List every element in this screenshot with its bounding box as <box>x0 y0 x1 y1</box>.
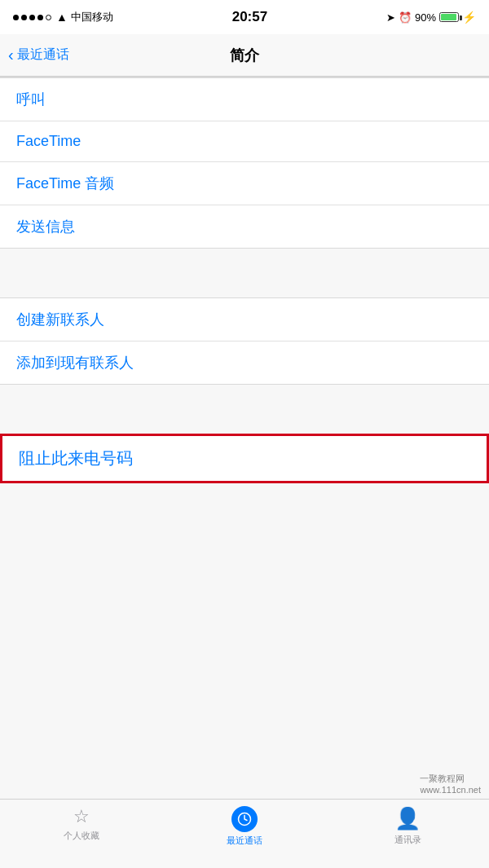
status-right: ➤ ⏰ 90% ⚡ <box>386 11 476 24</box>
battery-icon <box>439 12 459 22</box>
status-time: 20:57 <box>232 9 267 25</box>
back-chevron-icon: ‹ <box>8 46 14 63</box>
tab-favorites[interactable]: ☆ 个人收藏 <box>0 806 163 842</box>
signal-icon <box>13 15 51 20</box>
facetime-audio-item[interactable]: FaceTime 音频 <box>0 162 489 205</box>
status-left: ▲ 中国移动 <box>13 10 113 24</box>
spacer-2 <box>0 385 489 409</box>
tab-bar: ☆ 个人收藏 最近通话 👤 通讯录 <box>0 799 489 868</box>
status-bar: ▲ 中国移动 20:57 ➤ ⏰ 90% ⚡ <box>0 0 489 34</box>
tab-recents-label: 最近通话 <box>227 835 262 847</box>
block-section-group: 阻止此来电号码 <box>2 436 487 481</box>
alarm-icon: ⏰ <box>399 11 412 24</box>
contacts-icon: 👤 <box>394 806 421 831</box>
watermark-url: www.111cn.net <box>420 785 481 795</box>
battery-percent: 90% <box>415 11 436 24</box>
action-section-1: 呼叫 FaceTime FaceTime 音频 发送信息 <box>0 77 489 249</box>
block-number-item[interactable]: 阻止此来电号码 <box>2 436 487 481</box>
action-section-2: 创建新联系人 添加到现有联系人 <box>0 297 489 385</box>
main-content: 呼叫 FaceTime FaceTime 音频 发送信息 创建新联系人 添加到现… <box>0 77 489 799</box>
favorites-icon: ☆ <box>73 806 90 827</box>
spacer-bottom <box>0 483 489 532</box>
back-button[interactable]: ‹ 最近通话 <box>8 46 69 64</box>
back-label: 最近通话 <box>17 46 69 64</box>
tab-contacts[interactable]: 👤 通讯录 <box>326 806 489 846</box>
spacer-2b <box>0 409 489 434</box>
call-item[interactable]: 呼叫 <box>0 78 489 121</box>
location-icon: ➤ <box>386 11 395 24</box>
carrier-label: 中国移动 <box>71 10 113 24</box>
wifi-icon: ▲ <box>56 11 68 24</box>
tab-contacts-label: 通讯录 <box>394 834 421 846</box>
page-title: 简介 <box>230 46 259 65</box>
tab-recents[interactable]: 最近通话 <box>163 806 326 847</box>
spacer-1 <box>0 249 489 273</box>
send-message-item[interactable]: 发送信息 <box>0 205 489 248</box>
add-to-existing-item[interactable]: 添加到现有联系人 <box>0 341 489 384</box>
watermark: 一聚教程网 www.111cn.net <box>420 773 481 795</box>
block-section: 阻止此来电号码 <box>0 434 489 483</box>
facetime-item[interactable]: FaceTime <box>0 121 489 162</box>
tab-favorites-label: 个人收藏 <box>64 830 99 842</box>
watermark-logo: 一聚教程网 <box>420 773 465 783</box>
charging-icon: ⚡ <box>462 11 476 24</box>
nav-bar: ‹ 最近通话 简介 <box>0 34 489 77</box>
create-contact-item[interactable]: 创建新联系人 <box>0 298 489 341</box>
recents-icon <box>231 806 258 832</box>
spacer-1b <box>0 273 489 297</box>
